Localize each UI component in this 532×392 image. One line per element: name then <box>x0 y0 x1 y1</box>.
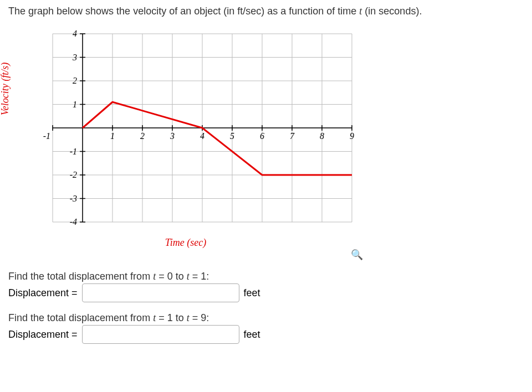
svg-text:-4: -4 <box>70 217 77 226</box>
svg-text:7: 7 <box>290 131 295 141</box>
svg-text:3: 3 <box>170 131 175 141</box>
svg-text:-1: -1 <box>43 131 50 141</box>
q1-text-2: = 0 to <box>156 271 187 282</box>
q2-text-3: = 9: <box>190 312 209 323</box>
displacement-input-1[interactable] <box>82 283 239 302</box>
svg-text:4: 4 <box>73 29 77 38</box>
displacement-input-2[interactable] <box>82 325 239 344</box>
svg-text:5: 5 <box>230 131 234 141</box>
question-2: Find the total displacement from t = 1 t… <box>8 312 524 324</box>
velocity-chart: -1123456789-4-3-2-11234 <box>8 23 363 233</box>
svg-text:-1: -1 <box>70 147 77 156</box>
q2-text-2: = 1 to <box>156 312 187 323</box>
svg-text:2: 2 <box>140 131 145 141</box>
svg-text:1: 1 <box>110 131 115 141</box>
q1-text-1: Find the total displacement from <box>8 271 153 282</box>
svg-text:6: 6 <box>260 131 264 141</box>
q2-text-1: Find the total displacement from <box>8 312 153 323</box>
chart-container: Velocity (ft/s) -1123456789-4-3-2-11234 … <box>8 23 363 261</box>
intro-suffix: (in seconds). <box>362 6 422 17</box>
intro-text: The graph below shows the velocity of an… <box>8 6 524 17</box>
units-2: feet <box>244 329 260 341</box>
svg-text:8: 8 <box>320 131 324 141</box>
svg-text:2: 2 <box>73 76 77 85</box>
svg-text:4: 4 <box>200 131 204 141</box>
svg-text:1: 1 <box>73 100 77 109</box>
svg-text:-2: -2 <box>70 170 77 179</box>
displacement-label-1: Displacement = <box>8 287 78 299</box>
intro-prefix: The graph below shows the velocity of an… <box>8 6 359 17</box>
displacement-label-2: Displacement = <box>8 329 78 341</box>
y-axis-label: Velocity (ft/s) <box>0 63 11 115</box>
answer-row-1: Displacement = feet <box>8 283 524 302</box>
x-axis-label: Time (sec) <box>30 237 341 249</box>
units-1: feet <box>244 287 260 299</box>
answer-row-2: Displacement = feet <box>8 325 524 344</box>
question-1: Find the total displacement from t = 0 t… <box>8 271 524 282</box>
magnify-icon[interactable]: 🔍 <box>351 249 363 260</box>
q1-text-3: = 1: <box>190 271 209 282</box>
svg-text:-3: -3 <box>70 194 77 203</box>
svg-text:9: 9 <box>350 131 354 141</box>
svg-text:3: 3 <box>72 53 77 62</box>
